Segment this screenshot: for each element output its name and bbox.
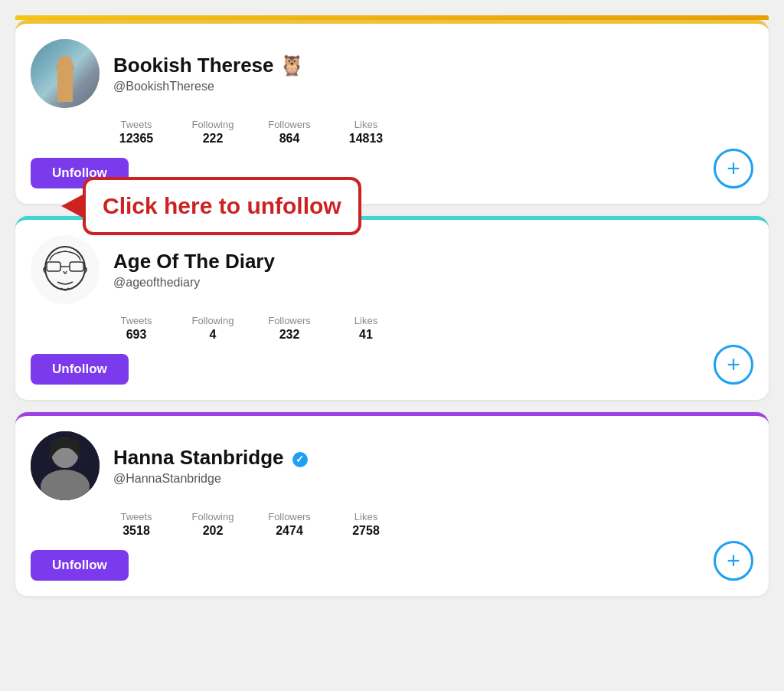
- callout-text: Click here to unfollow: [103, 192, 341, 220]
- photo-avatar-svg: [31, 431, 100, 500]
- stat-likes-3: Likes 2758: [343, 511, 389, 538]
- stat-followers-1: Followers 864: [266, 119, 312, 146]
- card-3-header: Hanna Stanbridge ✓ @HannaStanbridge: [31, 431, 753, 500]
- add-button-3[interactable]: +: [714, 541, 753, 581]
- user-handle-2: @ageofthediary: [113, 276, 753, 290]
- add-button-2[interactable]: +: [714, 345, 753, 385]
- unfollow-button-3[interactable]: Unfollow: [31, 550, 129, 581]
- callout: Click here to unfollow: [61, 177, 361, 235]
- user-name-2: Age Of The Diary: [113, 250, 753, 273]
- stats-row-3: Tweets 3518 Following 202 Followers 2474…: [113, 511, 753, 538]
- svg-point-0: [45, 247, 85, 290]
- stats-row-1: Tweets 12365 Following 222 Followers 864…: [113, 119, 753, 146]
- user-info-1: Bookish Therese 🦉 @BookishTherese: [113, 54, 753, 93]
- card-3-footer: Unfollow: [31, 550, 753, 581]
- stat-following-3: Following 202: [190, 511, 236, 538]
- user-info-3: Hanna Stanbridge ✓ @HannaStanbridge: [113, 446, 753, 485]
- stat-likes-1: Likes 14813: [343, 119, 389, 146]
- user-card-3: Hanna Stanbridge ✓ @HannaStanbridge Twee…: [15, 412, 769, 596]
- stat-tweets-2: Tweets 693: [113, 315, 159, 342]
- card-1-header: Bookish Therese 🦉 @BookishTherese: [31, 39, 753, 108]
- callout-box: Click here to unfollow: [83, 177, 361, 235]
- user-info-2: Age Of The Diary @ageofthediary: [113, 250, 753, 289]
- card-2-footer: Unfollow: [31, 354, 753, 385]
- svg-rect-2: [70, 262, 83, 271]
- stat-tweets-3: Tweets 3518: [113, 511, 159, 538]
- user-emoji-1: 🦉: [279, 54, 304, 77]
- add-button-1[interactable]: +: [714, 149, 753, 188]
- stat-tweets-1: Tweets 12365: [113, 119, 159, 146]
- avatar-1: [31, 39, 100, 108]
- stat-likes-2: Likes 41: [343, 315, 389, 342]
- user-name-3: Hanna Stanbridge ✓: [113, 446, 753, 470]
- unfollow-button-2[interactable]: Unfollow: [31, 354, 129, 385]
- card-2-header: Age Of The Diary @ageofthediary: [31, 235, 753, 304]
- user-handle-1: @BookishTherese: [113, 80, 753, 93]
- user-card-2: Age Of The Diary @ageofthediary Tweets 6…: [15, 216, 769, 400]
- avatar-2: [31, 235, 100, 304]
- stat-following-1: Following 222: [190, 119, 236, 146]
- page-wrapper: Bookish Therese 🦉 @BookishTherese Tweets…: [9, 9, 775, 614]
- verified-badge-3: ✓: [292, 452, 308, 467]
- callout-arrow: [61, 194, 84, 218]
- stat-followers-3: Followers 2474: [266, 511, 312, 538]
- stats-row-2: Tweets 693 Following 4 Followers 232 Lik…: [113, 315, 753, 342]
- stat-following-2: Following 4: [190, 315, 236, 342]
- user-name-1: Bookish Therese 🦉: [113, 54, 753, 77]
- sketch-avatar-svg: [34, 239, 96, 300]
- stat-followers-2: Followers 232: [266, 315, 312, 342]
- svg-rect-1: [47, 262, 60, 271]
- avatar-3: [31, 431, 100, 500]
- user-card-1: Bookish Therese 🦉 @BookishTherese Tweets…: [15, 20, 769, 204]
- user-handle-3: @HannaStanbridge: [113, 472, 753, 486]
